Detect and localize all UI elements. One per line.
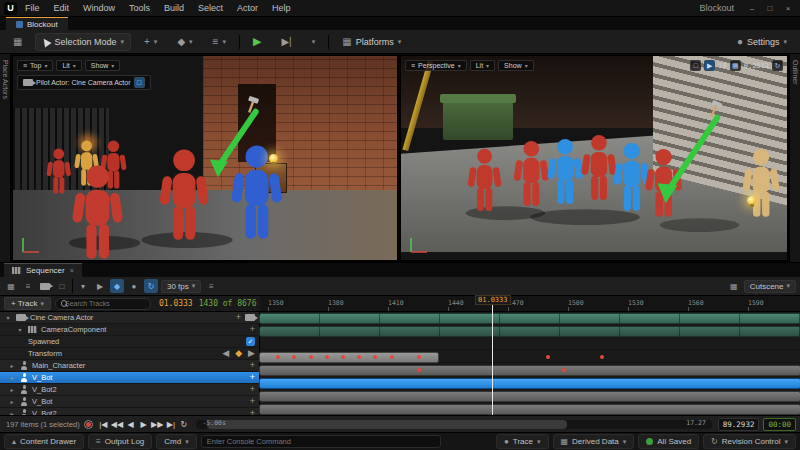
maximize-viewport-icon[interactable]: □	[690, 60, 701, 71]
menu-edit[interactable]: Edit	[48, 1, 76, 15]
close-icon[interactable]: ×	[780, 2, 796, 15]
show-dropdown[interactable]: Show▾	[498, 60, 534, 71]
play-button[interactable]: ▶	[246, 31, 268, 52]
unreal-logo-icon[interactable]: U	[4, 2, 17, 15]
tab-sequencer[interactable]: Sequencer ×	[4, 263, 82, 277]
minimize-icon[interactable]: –	[744, 2, 760, 15]
timeline-ruler[interactable]: 1350 1380 1410 1440 1470 1500 1530 1560 …	[260, 296, 800, 312]
add-track-button[interactable]: + Track ▾	[4, 297, 51, 310]
quick-add-button[interactable]: +▾	[137, 32, 164, 51]
show-dropdown[interactable]: Show▾	[85, 60, 121, 71]
light-bulb-icon[interactable]	[747, 196, 756, 205]
output-log-button[interactable]: ≡ Output Log	[88, 434, 152, 449]
track-row-cine-camera[interactable]: ▾ Cine Camera Actor +	[0, 312, 259, 324]
time-value-display[interactable]: 89.2932	[718, 418, 760, 431]
main-character-section[interactable]	[260, 366, 800, 375]
all-saved-button[interactable]: All Saved	[638, 434, 699, 449]
blueprints-button[interactable]: ◆▾	[170, 32, 199, 51]
snap-grid-icon[interactable]: ▦	[730, 60, 741, 71]
vbot-section-selected[interactable]	[260, 379, 800, 388]
viewport-top-camera[interactable]: ≡Top▾ Lit▾ Show▾ Pilot Actor: Cine Camer…	[12, 55, 398, 261]
play-forward-button[interactable]: ▶	[137, 419, 150, 430]
content-drawer-button[interactable]: ▴ Content Drawer	[4, 434, 84, 449]
console-input-wrapper[interactable]	[201, 435, 441, 448]
view-mode-dropdown[interactable]: ≡Perspective▾	[405, 60, 467, 71]
transform-section[interactable]	[260, 353, 438, 362]
play-options-dropdown[interactable]: ▾	[305, 34, 323, 50]
platforms-dropdown[interactable]: ▦ Platforms ▾	[335, 32, 408, 51]
loop-button[interactable]: ↻	[177, 419, 190, 430]
spawned-checkbox[interactable]: ✓	[246, 337, 255, 346]
add-key-icon[interactable]: ◆	[235, 350, 242, 357]
cmd-dropdown[interactable]: Cmd ▾	[156, 434, 196, 449]
keyframe-options-icon[interactable]: ◆	[110, 279, 124, 293]
settings-dropdown[interactable]: ● Settings ▾	[730, 32, 794, 51]
next-key-icon[interactable]: ▶	[248, 350, 255, 357]
track-row-transform[interactable]: Transform ◀ ◆ ▶	[0, 348, 259, 360]
view-mode-dropdown[interactable]: ≡Top▾	[17, 60, 53, 71]
cutscene-breadcrumb[interactable]: Cutscene ▾	[744, 280, 796, 293]
tab-blockout[interactable]: Blockout	[6, 17, 68, 30]
cinematics-button[interactable]: ≡▾	[206, 32, 233, 51]
light-bulb-icon[interactable]	[269, 154, 278, 163]
track-row-main-character[interactable]: ▸ Main_Character +	[0, 360, 259, 372]
timecode-display[interactable]: 00:00	[763, 418, 796, 431]
folder-icon[interactable]: ▦	[727, 279, 741, 293]
skip-button[interactable]: ▶|	[274, 32, 298, 51]
pilot-actor-pill[interactable]: Pilot Actor: Cine Camera Actor □	[17, 75, 151, 90]
record-button[interactable]	[84, 420, 93, 429]
pilot-camera-icon[interactable]	[245, 314, 255, 321]
add-section-icon[interactable]: +	[250, 374, 255, 381]
save-sequence-icon[interactable]: ▦	[4, 279, 18, 293]
track-row-vbot2[interactable]: ▸ V_Bot2 +	[0, 384, 259, 396]
find-in-content-icon[interactable]: ≡	[21, 279, 35, 293]
current-time-display[interactable]: 01.0333	[159, 299, 193, 308]
timeline-lanes[interactable]	[260, 312, 800, 416]
curve-editor-icon[interactable]: ≡	[204, 279, 218, 293]
menu-file[interactable]: File	[19, 1, 46, 15]
track-row-spawned[interactable]: Spawned ✓	[0, 336, 259, 348]
scrollbar-thumb[interactable]	[207, 420, 568, 429]
camera-speed-icon[interactable]: ▶	[704, 60, 715, 71]
playback-options-icon[interactable]: ▶	[93, 279, 107, 293]
vbot2-section[interactable]	[260, 392, 800, 401]
camera-component-section[interactable]	[260, 327, 800, 336]
track-row-camera-component[interactable]: ▾ CameraComponent +	[0, 324, 259, 336]
render-movie-icon[interactable]: □	[55, 279, 69, 293]
selection-mode-dropdown[interactable]: Selection Mode ▾	[35, 33, 131, 51]
derived-data-button[interactable]: ▦ Derived Data ▾	[553, 434, 635, 449]
track-search[interactable]	[55, 298, 151, 310]
lit-dropdown[interactable]: Lit▾	[56, 60, 81, 71]
add-section-icon[interactable]: +	[250, 362, 255, 369]
prev-key-icon[interactable]: ◀	[222, 350, 229, 357]
eject-pilot-icon[interactable]: □	[134, 77, 145, 88]
menu-tools[interactable]: Tools	[123, 1, 156, 15]
step-forward-button[interactable]: ▶▶	[150, 419, 164, 430]
go-to-end-button[interactable]: ▶|	[164, 419, 177, 430]
menu-actor[interactable]: Actor	[231, 1, 264, 15]
outliner-rail[interactable]: Outliner	[789, 54, 800, 262]
menu-help[interactable]: Help	[266, 1, 297, 15]
add-section-icon[interactable]: +	[250, 398, 255, 405]
go-to-start-button[interactable]: |◀	[97, 419, 110, 430]
track-row-vbot-b[interactable]: ▸ V_Bot +	[0, 396, 259, 408]
menu-select[interactable]: Select	[192, 1, 229, 15]
track-search-input[interactable]	[65, 300, 145, 307]
transform-lane[interactable]	[260, 351, 800, 363]
playhead[interactable]: 01.0333	[492, 296, 493, 415]
play-reverse-button[interactable]: ◀	[124, 419, 137, 430]
revision-control-button[interactable]: ↻ Revision Control ▾	[703, 434, 796, 449]
camera-cut-section[interactable]	[260, 314, 800, 323]
menu-build[interactable]: Build	[158, 1, 190, 15]
place-actors-rail[interactable]: Place Actors	[0, 54, 11, 262]
add-section-icon[interactable]: +	[236, 314, 241, 321]
lit-dropdown[interactable]: Lit▾	[470, 60, 495, 71]
menu-window[interactable]: Window	[77, 1, 121, 15]
create-camera-icon[interactable]	[38, 279, 52, 293]
fps-dropdown[interactable]: 30 fps ▾	[161, 280, 201, 293]
timeline-scrollbar[interactable]: -5.00s 17.27	[196, 420, 711, 429]
step-back-button[interactable]: ◀◀	[110, 419, 124, 430]
add-section-icon[interactable]: +	[250, 326, 255, 333]
trace-button[interactable]: ● Trace ▾	[496, 434, 549, 449]
console-input[interactable]	[207, 437, 435, 446]
